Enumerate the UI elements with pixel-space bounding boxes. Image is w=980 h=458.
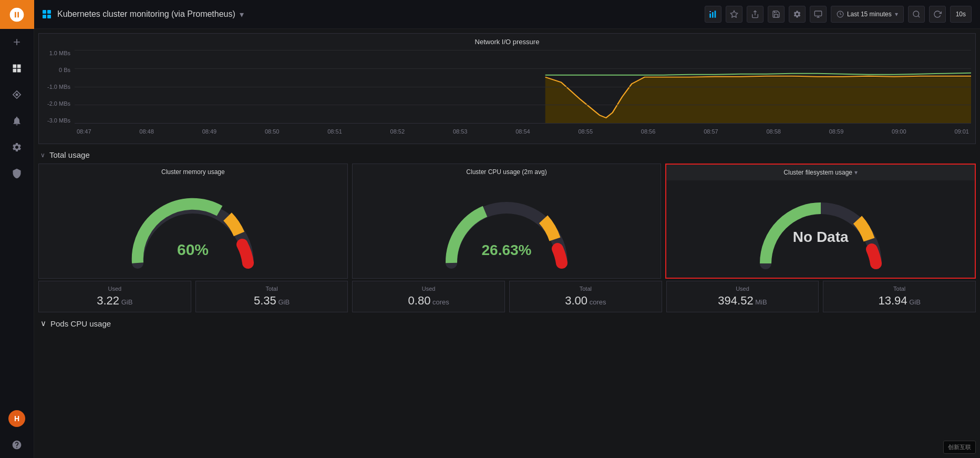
chart-grid	[75, 50, 971, 123]
svg-line-13	[918, 16, 920, 17]
time-range-label: Last 15 minutes	[847, 11, 892, 18]
x-label-8: 08:55	[579, 128, 593, 135]
filesystem-gauge-panel: Cluster filesystem usage ▾	[665, 164, 976, 279]
sidebar-item-dashboards[interactable]	[0, 55, 34, 82]
dashboard-type-icon	[43, 10, 51, 18]
memory-used-cell: Used 3.22 GiB	[38, 281, 191, 312]
sidebar-item-add[interactable]	[0, 29, 34, 55]
svg-rect-4	[715, 11, 716, 17]
dashboard-title-area: Kubernetes cluster monitoring (via Prome…	[57, 9, 698, 19]
sidebar-item-alerts[interactable]	[0, 108, 34, 134]
cpu-gauge-svg: 26.63%	[438, 187, 575, 271]
memory-gauge-svg: 60%	[125, 187, 261, 271]
refresh-interval[interactable]: 10s	[950, 6, 972, 23]
fs-total-label: Total	[893, 286, 905, 292]
sidebar-item-settings[interactable]	[0, 134, 34, 160]
x-label-13: 09:00	[892, 128, 906, 135]
x-label-4: 08:51	[327, 128, 342, 135]
memory-stats-group: Used 3.22 GiB Total 5.35 GiB	[38, 281, 348, 312]
cpu-used-unit: cores	[430, 298, 449, 306]
svg-rect-3	[712, 12, 714, 18]
pods-cpu-section-header[interactable]: ∨ Pods CPU usage	[34, 314, 980, 332]
x-label-10: 08:57	[704, 128, 718, 135]
network-chart-container: 1.0 MBs 0 Bs -1.0 MBs -2.0 MBs -3.0 MBs	[43, 50, 971, 139]
memory-used-unit: GiB	[119, 298, 132, 306]
cpu-title-text: Cluster CPU usage (2m avg)	[466, 168, 546, 176]
star-button[interactable]	[726, 6, 742, 23]
bar-chart-button[interactable]	[705, 6, 721, 23]
dashboard-title: Kubernetes cluster monitoring (via Prome…	[57, 9, 235, 19]
filesystem-dropdown[interactable]: ▾	[854, 169, 858, 176]
x-label-6: 08:53	[453, 128, 468, 135]
y-label-2: -1.0 MBs	[47, 84, 70, 90]
memory-gauge-panel: Cluster memory usage	[38, 164, 348, 279]
y-label-1: 0 Bs	[59, 67, 70, 73]
grid-line-1	[75, 68, 971, 69]
filesystem-title-text: Cluster filesystem usage	[783, 169, 852, 176]
user-avatar: H	[8, 410, 25, 427]
dashboard-body: Network I/O pressure 1.0 MBs 0 Bs -1.0 M…	[34, 29, 980, 458]
memory-used-label: Used	[108, 286, 121, 292]
x-label-12: 08:59	[829, 128, 844, 135]
memory-used-value: 3.22 GiB	[97, 294, 132, 308]
memory-total-number: 5.35	[254, 294, 276, 307]
sidebar-item-help[interactable]	[0, 432, 34, 458]
svg-point-12	[913, 11, 919, 17]
cpu-total-number: 3.00	[565, 294, 587, 307]
grid-line-3	[75, 105, 971, 105]
chart-x-axis: 08:47 08:48 08:49 08:50 08:51 08:52 08:5…	[75, 124, 971, 139]
gauge-panels-row: Cluster memory usage	[38, 164, 976, 279]
chart-y-axis: 1.0 MBs 0 Bs -1.0 MBs -2.0 MBs -3.0 MBs	[43, 50, 75, 124]
settings-button[interactable]	[789, 6, 806, 23]
svg-rect-5	[709, 11, 711, 12]
memory-total-unit: GiB	[276, 298, 290, 306]
grid-line-mid	[75, 87, 971, 87]
search-button[interactable]	[908, 6, 925, 23]
network-io-panel: Network I/O pressure 1.0 MBs 0 Bs -1.0 M…	[38, 33, 976, 144]
pods-cpu-label: Pods CPU usage	[50, 319, 111, 328]
sidebar-item-user[interactable]: H	[0, 405, 34, 432]
y-label-3: -2.0 MBs	[47, 100, 70, 107]
monitor-button[interactable]	[810, 6, 827, 23]
svg-rect-8	[814, 11, 821, 16]
memory-gauge-canvas: 60%	[39, 180, 347, 277]
topbar: Kubernetes cluster monitoring (via Prome…	[34, 0, 980, 29]
cpu-used-cell: Used 0.80 cores	[352, 281, 505, 312]
time-range-picker[interactable]: Last 15 minutes ▾	[831, 6, 904, 23]
cpu-total-label: Total	[580, 286, 592, 292]
grid-line-top	[75, 50, 971, 50]
share-button[interactable]	[747, 6, 764, 23]
x-label-0: 08:47	[77, 128, 91, 135]
pods-cpu-chevron: ∨	[40, 319, 46, 328]
refresh-button[interactable]	[929, 6, 946, 23]
x-label-11: 08:58	[766, 128, 781, 135]
grid-icon	[43, 10, 51, 18]
app-logo[interactable]	[0, 0, 34, 29]
time-range-arrow: ▾	[895, 11, 898, 18]
fs-total-value: 13.94 GiB	[878, 294, 920, 308]
filesystem-panel-title: Cluster filesystem usage ▾	[666, 165, 975, 180]
sidebar: H	[0, 0, 34, 458]
cpu-used-value: 0.80 cores	[408, 294, 449, 308]
fs-used-value: 394.52 MiB	[718, 294, 767, 308]
cpu-stats-group: Used 0.80 cores Total 3.00 cores	[352, 281, 662, 312]
x-label-5: 08:52	[390, 128, 405, 135]
stats-row-all: Used 3.22 GiB Total 5.35 GiB	[38, 281, 976, 312]
memory-used-number: 3.22	[97, 294, 119, 307]
cpu-total-value: 3.00 cores	[565, 294, 606, 308]
fs-stats-group: Used 394.52 MiB Total 13.94 GiB	[666, 281, 976, 312]
fs-used-unit: MiB	[754, 298, 767, 306]
x-label-1: 08:48	[139, 128, 154, 135]
sidebar-item-explore[interactable]	[0, 82, 34, 108]
title-dropdown-arrow[interactable]: ▾	[240, 9, 244, 19]
memory-total-label: Total	[265, 286, 277, 292]
x-label-2: 08:49	[202, 128, 217, 135]
cpu-total-unit: cores	[587, 298, 606, 306]
save-button[interactable]	[768, 6, 785, 23]
total-usage-section-header[interactable]: ∨ Total usage	[34, 146, 980, 164]
cpu-gauge-panel: Cluster CPU usage (2m avg)	[352, 164, 662, 279]
memory-total-cell: Total 5.35 GiB	[195, 281, 348, 312]
sidebar-item-shield[interactable]	[0, 160, 34, 187]
fs-total-cell: Total 13.94 GiB	[823, 281, 976, 312]
y-label-4: -3.0 MBs	[47, 117, 70, 124]
